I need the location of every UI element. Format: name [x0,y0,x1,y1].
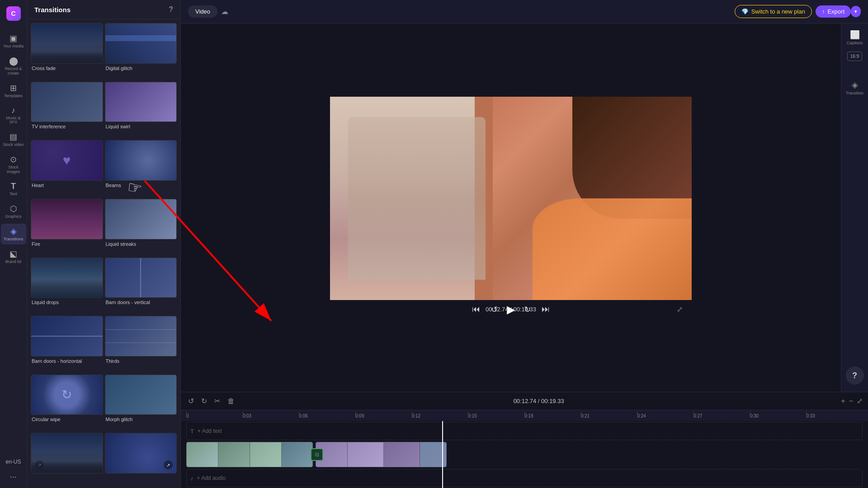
sidebar-item-record-create[interactable]: ⬤ Record & create [1,53,26,79]
transition-thumb-thirds [105,316,177,357]
app-logo[interactable]: C [1,4,26,23]
sidebar-item-graphics[interactable]: ⬡ Graphics [1,201,26,222]
upgrade-button[interactable]: 💎 Switch to a new plan [735,5,812,18]
transition-thumb-digital-glitch [105,23,177,64]
video-tab[interactable]: Video [188,5,217,18]
transition-thumb-heart [31,140,103,181]
ruler-mark-6: 0:06 [299,413,355,418]
video-track-row: ⧉ [186,440,863,469]
transition-thumb-bottom1: ↗ [31,433,103,474]
logo-icon: C [6,6,21,21]
transition-item-cross-fade[interactable]: Cross fade [31,23,103,80]
sidebar-item-stock-images[interactable]: ⊙ Stock images [1,152,26,177]
sidebar-item-text[interactable]: T Text [1,179,26,199]
transitions-grid: Cross fade Digital glitch TV interferenc… [27,19,180,488]
transition-item-liquid-drops[interactable]: Liquid drops [31,258,103,314]
transition-label-liquid-swirl: Liquid swirl [105,122,177,131]
language-icon: en-US [5,459,21,465]
transition-item-bottom1[interactable]: ↗ [31,433,103,484]
transition-item-morph-glitch[interactable]: Morph glitch [105,375,177,432]
captions-icon: ⬜ [850,30,860,40]
transition-item-heart[interactable]: Heart [31,140,103,197]
video-clip-2[interactable] [316,442,447,467]
transition-label-morph-glitch: Morph glitch [105,415,177,424]
transition-item-bottom2[interactable]: ↗ [105,433,177,484]
transition-item-digital-glitch[interactable]: Digital glitch [105,23,177,80]
transition-item-thirds[interactable]: Thirds [105,316,177,373]
audio-track-icon: ♪ [187,475,193,482]
export-button[interactable]: ↑ Export [816,5,851,18]
video-clip-1[interactable] [186,442,313,467]
transition-label-bottom2 [105,474,177,477]
export-icon: ↑ [822,8,825,15]
add-text-label: + Add text [194,428,222,434]
transition-label-liquid-drops: Liquid drops [31,298,103,307]
transition-overlay-icon[interactable]: ⧉ [311,448,323,461]
playback-controls-row: ⏮ ↺ ▶ ↻ ⏭ 00:12.74 / 00:19.33 ⤢ [330,300,692,319]
redo-button[interactable]: ↻ [199,395,209,407]
right-panel: ⬜ Captions 16:9 ◈ Transition ? [841,23,868,392]
left-person [348,117,486,280]
sidebar-item-language[interactable]: en-US [1,456,26,468]
ruler-mark-18: 0:18 [524,413,581,418]
transition-item-tv-interference[interactable]: TV interference [31,82,103,139]
gem-icon: 💎 [741,8,749,15]
sidebar-item-templates[interactable]: ⊞ Templates [1,80,26,101]
skip-back-button[interactable]: ⏮ [470,303,482,316]
ruler-mark-21: 0:21 [581,413,637,418]
transition-label-thirds: Thirds [105,357,177,366]
fullscreen-button[interactable]: ⤢ [677,305,683,314]
fit-to-window-button[interactable]: ⤢ [857,397,863,405]
undo-button[interactable]: ↺ [186,395,196,407]
transition-label-heart: Heart [31,181,103,190]
transition-thumb-barn-doors-vertical [105,258,177,298]
zoom-out-button[interactable]: − [849,397,853,405]
transition-thumb-circular-wipe [31,375,103,415]
transition-overlay-symbol: ⧉ [315,451,319,458]
transition-item-liquid-swirl[interactable]: Liquid swirl [105,82,177,139]
delete-button[interactable]: 🗑 [226,395,236,407]
video-settings-btn[interactable]: ☁ [221,7,228,16]
cut-button[interactable]: ✂ [212,395,222,407]
text-icon: T [11,182,16,191]
ruler-mark-30: 0:30 [750,413,807,418]
transition-label-cross-fade: Cross fade [31,64,103,73]
transition-item-beams[interactable]: Beams [105,140,177,197]
transition-label-barn-doors-horizontal: Barn doors - horizontal [31,357,103,366]
transition-thumb-cross-fade [31,23,103,64]
sidebar-item-transitions[interactable]: ◈ Transitions [1,224,26,244]
transition-panel-btn[interactable]: ◈ Transition [843,77,866,98]
ruler-mark-9: 0:09 [355,413,412,418]
audio-track-content[interactable]: ♪ + Add audio [186,469,863,487]
help-icon[interactable]: ? [169,5,173,14]
transition-item-barn-doors-vertical[interactable]: Barn doors - vertical [105,258,177,314]
transition-item-fire[interactable]: Fire [31,199,103,256]
media-icon: ▣ [9,33,17,43]
export-button-group: ↑ Export ▾ [816,5,861,18]
sidebar-item-brand-kit[interactable]: ⬕ Brand kit [1,246,26,267]
video-canvas: ‹ [330,97,692,300]
sidebar-item-music-sfx[interactable]: ♪ Music & SFX [1,103,26,128]
timeline-time-display: 00:12.74 / 00:19.33 [240,398,837,404]
sidebar-item-more[interactable]: ··· [1,469,26,484]
transition-item-circular-wipe[interactable]: Circular wipe [31,375,103,432]
transition-item-liquid-streaks[interactable]: Liquid streaks [105,199,177,256]
aspect-ratio-selector[interactable]: 16:9 [847,52,862,61]
timeline-tracks: T + Add text ⧉ [181,421,868,488]
sidebar-item-your-media[interactable]: ▣ Your media [1,31,26,52]
export-dropdown-button[interactable]: ▾ [851,6,861,17]
record-icon: ⬤ [9,56,18,66]
panel-title: Transitions [34,6,71,14]
sidebar-item-stock-video[interactable]: ▤ Stock video [1,129,26,150]
top-toolbar: Video ☁ 💎 Switch to a new plan ↑ Export … [181,0,868,23]
text-track-icon: T [187,428,194,435]
captions-icon-btn[interactable]: ⬜ Captions [844,27,866,48]
help-bubble[interactable]: ? [846,366,864,385]
transition-thumb-beams [105,140,177,181]
transition-thumb-liquid-drops [31,258,103,298]
transition-item-barn-doors-horizontal[interactable]: Barn doors - horizontal [31,316,103,373]
zoom-in-button[interactable]: + [841,397,845,405]
person-overlay [493,97,692,300]
skip-forward-button[interactable]: ⏭ [540,303,552,316]
text-track-content[interactable]: T + Add text [186,422,863,440]
